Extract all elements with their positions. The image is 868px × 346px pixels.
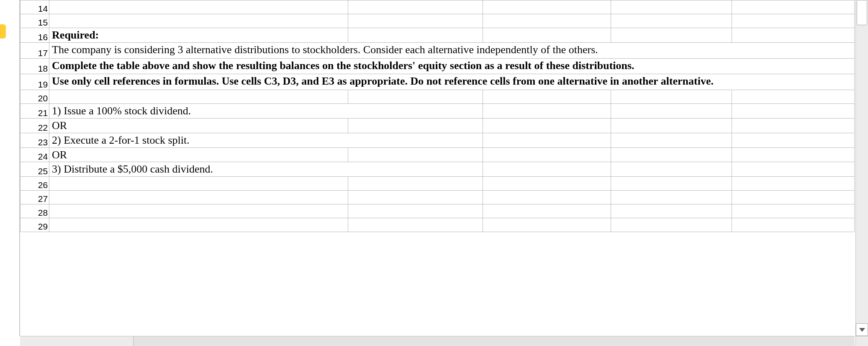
row-header-27[interactable]: 27 <box>21 191 49 204</box>
row-header-23[interactable]: 23 <box>21 133 49 147</box>
row-header-16[interactable]: 16 <box>21 28 49 43</box>
cell-D16[interactable] <box>483 28 611 43</box>
cell-B21[interactable]: 1) Issue a 100% stock dividend. <box>49 103 348 118</box>
cell-C25[interactable] <box>348 162 483 177</box>
vertical-scrollbar[interactable] <box>855 0 868 336</box>
cell-E14[interactable] <box>611 0 732 14</box>
cell-E16[interactable] <box>611 28 732 43</box>
row-header-29[interactable]: 29 <box>21 218 49 232</box>
cell-E28[interactable] <box>611 204 732 218</box>
row-header-28[interactable]: 28 <box>21 204 49 218</box>
cell-D28[interactable] <box>483 204 611 218</box>
cell-E24[interactable] <box>611 147 732 162</box>
cell-F25[interactable] <box>732 162 855 177</box>
cell-F29[interactable] <box>732 218 855 232</box>
row-16[interactable]: 16 Required: <box>21 28 855 43</box>
cell-E26[interactable] <box>611 177 732 191</box>
cell-E22[interactable] <box>611 118 732 133</box>
cell-F26[interactable] <box>732 177 855 191</box>
scroll-down-button[interactable] <box>856 323 868 336</box>
cell-C16[interactable] <box>348 28 483 43</box>
cell-F16[interactable] <box>732 28 855 43</box>
cell-D22[interactable] <box>483 118 611 133</box>
cell-B19-merged[interactable]: Use only cell references in formulas. Us… <box>49 74 855 90</box>
cell-B17-merged[interactable]: The company is considering 3 alternative… <box>49 42 855 58</box>
cell-B16[interactable]: Required: <box>49 28 348 43</box>
row-header-20[interactable]: 20 <box>21 90 49 103</box>
row-19[interactable]: 19 Use only cell references in formulas.… <box>21 74 855 90</box>
cell-E21[interactable] <box>611 103 732 118</box>
hscroll-track[interactable] <box>133 336 855 346</box>
cell-C22[interactable] <box>348 118 483 133</box>
cell-F22[interactable] <box>732 118 855 133</box>
sheet-grid-area[interactable]: 14 15 16 Required: 17 Th <box>20 0 855 336</box>
cell-B25[interactable]: 3) Distribute a $5,000 cash dividend. <box>49 162 348 177</box>
cell-D24[interactable] <box>483 147 611 162</box>
cell-F15[interactable] <box>732 14 855 28</box>
cell-F20[interactable] <box>732 90 855 103</box>
row-23[interactable]: 23 2) Execute a 2-for-1 stock split. <box>21 133 855 147</box>
row-17[interactable]: 17 The company is considering 3 alternat… <box>21 42 855 58</box>
row-24[interactable]: 24 OR <box>21 147 855 162</box>
cell-C24[interactable] <box>348 147 483 162</box>
row-header-24[interactable]: 24 <box>21 147 49 162</box>
cell-F28[interactable] <box>732 204 855 218</box>
cell-C21[interactable] <box>348 103 483 118</box>
row-header-18[interactable]: 18 <box>21 58 49 74</box>
row-21[interactable]: 21 1) Issue a 100% stock dividend. <box>21 103 855 118</box>
cell-F23[interactable] <box>732 133 855 147</box>
cell-B28[interactable] <box>49 204 348 218</box>
cell-D25[interactable] <box>483 162 611 177</box>
cell-D29[interactable] <box>483 218 611 232</box>
cell-C26[interactable] <box>348 177 483 191</box>
row-header-19[interactable]: 19 <box>21 74 49 90</box>
row-14[interactable]: 14 <box>21 0 855 14</box>
comment-indicator[interactable] <box>0 24 6 39</box>
row-header-17[interactable]: 17 <box>21 42 49 58</box>
cell-B29[interactable] <box>49 218 348 232</box>
row-20[interactable]: 20 <box>21 90 855 103</box>
cell-C15[interactable] <box>348 14 483 28</box>
cell-C23[interactable] <box>348 133 483 147</box>
row-26[interactable]: 26 <box>21 177 855 191</box>
row-25[interactable]: 25 3) Distribute a $5,000 cash dividend. <box>21 162 855 177</box>
cell-D23[interactable] <box>483 133 611 147</box>
cell-C14[interactable] <box>348 0 483 14</box>
row-header-15[interactable]: 15 <box>21 14 49 28</box>
cell-C28[interactable] <box>348 204 483 218</box>
cell-E15[interactable] <box>611 14 732 28</box>
cell-E23[interactable] <box>611 133 732 147</box>
cell-B23[interactable]: 2) Execute a 2-for-1 stock split. <box>49 133 348 147</box>
cell-F21[interactable] <box>732 103 855 118</box>
row-header-25[interactable]: 25 <box>21 162 49 177</box>
row-header-26[interactable]: 26 <box>21 177 49 191</box>
row-22[interactable]: 22 OR <box>21 118 855 133</box>
cell-B14[interactable] <box>49 0 348 14</box>
cell-F14[interactable] <box>732 0 855 14</box>
cell-D14[interactable] <box>483 0 611 14</box>
cell-B27[interactable] <box>49 191 348 204</box>
cell-B22[interactable]: OR <box>49 118 348 133</box>
row-15[interactable]: 15 <box>21 14 855 28</box>
cell-E20[interactable] <box>611 90 732 103</box>
row-header-14[interactable]: 14 <box>21 0 49 14</box>
cell-D21[interactable] <box>483 103 611 118</box>
cell-D20[interactable] <box>483 90 611 103</box>
cell-B18-merged[interactable]: Complete the table above and show the re… <box>49 58 855 74</box>
cell-E25[interactable] <box>611 162 732 177</box>
cell-E29[interactable] <box>611 218 732 232</box>
cell-E27[interactable] <box>611 191 732 204</box>
cell-B20[interactable] <box>49 90 348 103</box>
cell-D15[interactable] <box>483 14 611 28</box>
row-header-21[interactable]: 21 <box>21 103 49 118</box>
horizontal-scrollbar[interactable] <box>20 336 855 346</box>
row-28[interactable]: 28 <box>21 204 855 218</box>
scrollbar-track[interactable] <box>856 0 868 323</box>
row-header-22[interactable]: 22 <box>21 118 49 133</box>
row-27[interactable]: 27 <box>21 191 855 204</box>
row-29[interactable]: 29 <box>21 218 855 232</box>
cell-B24[interactable]: OR <box>49 147 348 162</box>
cell-F24[interactable] <box>732 147 855 162</box>
cell-C27[interactable] <box>348 191 483 204</box>
cell-B15[interactable] <box>49 14 348 28</box>
